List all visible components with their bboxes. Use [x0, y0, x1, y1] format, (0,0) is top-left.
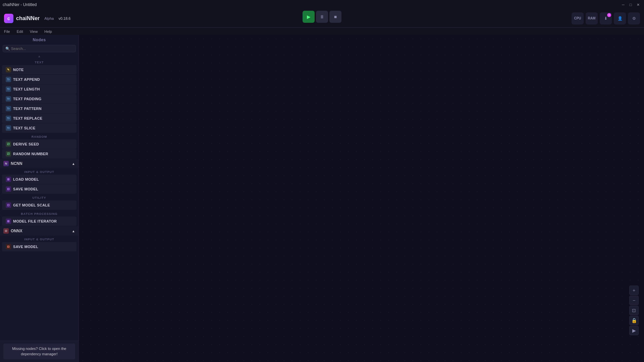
missing-nodes-line1: Missing nodes? Click to open the — [12, 347, 66, 351]
search-container: 🔍 — [0, 44, 78, 54]
onnx-label: ONNX — [11, 229, 22, 233]
ncnn-collapse-left: N NCNN — [3, 161, 22, 166]
node-label-text-slice: TEXT SLICE — [13, 126, 36, 130]
settings-button[interactable]: ⚙ — [628, 12, 640, 24]
node-item-text-length[interactable]: Tr TEXT LENGTH — [2, 84, 76, 94]
node-list: ▲ TEXT ✎ NOTE Tr TEXT APPEND Tr TEXT LEN… — [0, 54, 78, 341]
app-logo: c — [4, 14, 13, 23]
download-icon: ⬇ — [604, 16, 607, 21]
maximize-button[interactable]: □ — [627, 1, 634, 8]
titlebar-title: chaiNNer - Untitled — [3, 2, 37, 7]
node-label-random-number: RANDOM NUMBER — [13, 152, 48, 156]
pause-button[interactable]: ⏸ — [316, 11, 328, 23]
close-button[interactable]: ✕ — [635, 1, 641, 8]
node-label-save-model-ncnn: SAVE MODEL — [13, 187, 38, 191]
titlebar: chaiNNer - Untitled ─ □ ✕ — [0, 0, 644, 9]
canvas-controls: + − ⊡ 🔒 ▶ — [629, 286, 639, 335]
app-name: chaiNNer — [16, 15, 40, 21]
menu-file[interactable]: File — [1, 29, 13, 34]
get-model-scale-icon: ⊡ — [6, 202, 11, 208]
ncnn-utility-header: UTILITY — [0, 194, 78, 200]
node-label-load-model: LOAD MODEL — [13, 177, 39, 181]
play-button[interactable]: ▶ — [303, 11, 315, 23]
onnx-input-output-header: INPUT & OUTPUT — [0, 236, 78, 242]
ram-button[interactable]: RAM — [586, 12, 598, 24]
save-model-ncnn-icon: ⊟ — [6, 186, 11, 192]
node-item-text-replace[interactable]: Tr TEXT REPLACE — [2, 114, 76, 123]
node-item-note[interactable]: ✎ NOTE — [2, 65, 76, 74]
node-item-model-file-iterator[interactable]: ⊞ MODEL FILE ITERATOR — [2, 217, 76, 226]
node-item-text-pattern[interactable]: Tr TEXT PATTERN — [2, 104, 76, 113]
toolbar-right: CPU RAM ⬇ 3 👤 ⚙ — [572, 12, 640, 24]
missing-nodes-button[interactable]: Missing nodes? Click to open the depende… — [3, 344, 75, 359]
download-badge: 3 — [607, 13, 611, 17]
canvas[interactable]: + − ⊡ 🔒 ▶ — [79, 35, 644, 362]
node-item-text-slice[interactable]: Tr TEXT SLICE — [2, 123, 76, 133]
lock-button[interactable]: 🔒 — [629, 316, 639, 325]
text-padding-icon: Tr — [6, 96, 11, 102]
scroll-up-indicator: ▲ — [0, 54, 78, 59]
node-item-random-number[interactable]: ⚂ RANDOM NUMBER — [2, 149, 76, 159]
node-label-text-padding: TEXT PADDING — [13, 97, 42, 101]
onnx-collapse-left: O ONNX — [3, 228, 22, 234]
node-item-text-padding[interactable]: Tr TEXT PADDING — [2, 94, 76, 104]
load-model-icon: ⊞ — [6, 177, 11, 182]
zoom-in-button[interactable]: + — [629, 286, 639, 295]
note-icon: ✎ — [6, 67, 11, 72]
stop-button[interactable]: ■ — [329, 11, 341, 23]
node-item-get-model-scale[interactable]: ⊡ GET MODEL SCALE — [2, 200, 76, 210]
cpu-button[interactable]: CPU — [572, 12, 584, 24]
derive-seed-icon: ⚂ — [6, 141, 11, 147]
node-label-note: NOTE — [13, 68, 24, 72]
node-label-get-model-scale: GET MODEL SCALE — [13, 203, 50, 207]
onnx-icon: O — [3, 228, 9, 234]
cpu-label: CPU — [574, 16, 581, 20]
minimize-button[interactable]: ─ — [620, 1, 627, 8]
titlebar-left: chaiNNer - Untitled — [3, 2, 37, 7]
settings-icon: ⚙ — [632, 16, 636, 21]
user-button[interactable]: 👤 — [614, 12, 626, 24]
node-item-derive-seed[interactable]: ⚂ DERIVE SEED — [2, 139, 76, 149]
node-item-save-model-ncnn[interactable]: ⊟ SAVE MODEL — [2, 184, 76, 194]
ncnn-icon: N — [3, 161, 9, 166]
node-label-save-model-onnx: SAVE MODEL — [13, 245, 38, 249]
search-icon: 🔍 — [5, 47, 10, 51]
ncnn-batch-processing-header: BATCH PROCESSING — [0, 210, 78, 216]
extra-button[interactable]: ▶ — [629, 326, 639, 335]
text-length-icon: Tr — [6, 86, 11, 92]
onnx-collapse-header[interactable]: O ONNX ▲ — [0, 226, 78, 236]
node-label-model-file-iterator: MODEL FILE ITERATOR — [13, 219, 57, 223]
user-icon: 👤 — [618, 16, 623, 21]
fit-view-button[interactable]: ⊡ — [629, 306, 639, 315]
node-label-text-replace: TEXT REPLACE — [13, 116, 42, 120]
nodes-heading: Nodes — [0, 35, 78, 44]
menubar: File Edit View Help — [0, 27, 644, 35]
text-append-icon: Tr — [6, 77, 11, 82]
ncnn-input-output-header: INPUT & OUTPUT — [0, 168, 78, 174]
node-label-text-append: TEXT APPEND — [13, 77, 40, 81]
node-item-load-model[interactable]: ⊞ LOAD MODEL — [2, 175, 76, 184]
menu-help[interactable]: Help — [42, 29, 55, 34]
app-logo-letter: c — [7, 16, 10, 21]
app-version-label: v0.18.6 — [58, 16, 70, 20]
missing-nodes-bar: Missing nodes? Click to open the depende… — [0, 341, 78, 362]
node-item-text-append[interactable]: Tr TEXT APPEND — [2, 75, 76, 84]
download-button[interactable]: ⬇ 3 — [600, 12, 612, 24]
save-model-onnx-icon: ⊟ — [6, 244, 11, 249]
ncnn-collapse-header[interactable]: N NCNN ▲ — [0, 159, 78, 168]
menu-view[interactable]: View — [27, 29, 41, 34]
text-slice-icon: Tr — [6, 125, 11, 131]
node-label-text-pattern: TEXT PATTERN — [13, 107, 42, 111]
search-input[interactable] — [3, 45, 76, 52]
zoom-out-button[interactable]: − — [629, 296, 639, 305]
app-logo-area: c chaiNNer Alpha v0.18.6 — [4, 14, 70, 23]
app-alpha-label: Alpha — [44, 16, 54, 20]
node-item-save-model-onnx[interactable]: ⊟ SAVE MODEL — [2, 242, 76, 251]
menu-edit[interactable]: Edit — [14, 29, 26, 34]
text-replace-icon: Tr — [6, 116, 11, 121]
main: Nodes 🔍 ▲ TEXT ✎ NOTE Tr TEXT APPEND — [0, 35, 644, 362]
sidebar: Nodes 🔍 ▲ TEXT ✎ NOTE Tr TEXT APPEND — [0, 35, 79, 362]
text-section-header: TEXT — [0, 59, 78, 65]
node-label-derive-seed: DERIVE SEED — [13, 142, 39, 146]
random-number-icon: ⚂ — [6, 151, 11, 157]
